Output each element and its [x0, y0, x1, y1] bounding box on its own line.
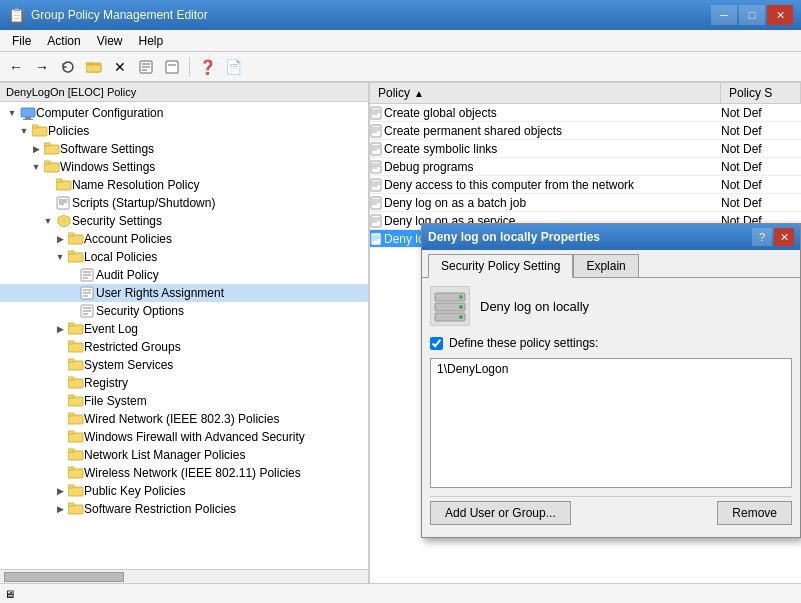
delete-button[interactable]: ✕ — [108, 55, 132, 79]
tree-label-ur: User Rights Assignment — [96, 286, 224, 300]
toolbar-separator — [189, 57, 190, 77]
menu-view[interactable]: View — [89, 32, 131, 50]
policy-row[interactable]: Debug programs Not Def — [370, 158, 801, 176]
tree-label-nr: Name Resolution Policy — [72, 178, 199, 192]
expand-icon-wifi — [52, 465, 68, 481]
document-button[interactable]: 📄 — [221, 55, 245, 79]
menu-file[interactable]: File — [4, 32, 39, 50]
back-button[interactable]: ← — [4, 55, 28, 79]
tree-item-windows[interactable]: ▼ Windows Settings — [0, 158, 368, 176]
expand-icon-ur — [64, 285, 80, 301]
folder-icon-pk — [68, 484, 84, 498]
remove-button[interactable]: Remove — [717, 501, 792, 525]
tree-item-software[interactable]: ▶ Software Settings — [0, 140, 368, 158]
expand-icon-local: ▼ — [52, 249, 68, 265]
help-button[interactable]: ❓ — [195, 55, 219, 79]
tab-security-policy[interactable]: Security Policy Setting — [428, 254, 573, 278]
policy-row[interactable]: Create global objects Not Def — [370, 104, 801, 122]
dialog-header-icon — [430, 286, 470, 326]
tree-item-security[interactable]: ▼ ! Security Settings — [0, 212, 368, 230]
policy-icon-audit — [80, 268, 96, 282]
svg-rect-91 — [371, 233, 381, 245]
tree-item-root[interactable]: ▼ Computer Configuration — [0, 104, 368, 122]
col-policy-setting[interactable]: Policy S — [721, 83, 801, 103]
tree-label-rg: Restricted Groups — [84, 340, 181, 354]
minimize-button[interactable]: ─ — [711, 5, 737, 25]
tree-item-pubkey[interactable]: ▶ Public Key Policies — [0, 482, 368, 500]
expand-icon-nr — [40, 177, 56, 193]
tree-item-restricted[interactable]: Restricted Groups — [0, 338, 368, 356]
tree-item-audit[interactable]: Audit Policy — [0, 266, 368, 284]
menu-help[interactable]: Help — [131, 32, 172, 50]
tab-explain[interactable]: Explain — [573, 254, 638, 277]
tree-label-reg: Registry — [84, 376, 128, 390]
forward-button[interactable]: → — [30, 55, 54, 79]
tree-item-user-rights[interactable]: User Rights Assignment — [0, 284, 368, 302]
tree-item-local[interactable]: ▼ Local Policies — [0, 248, 368, 266]
policy-members-list[interactable]: 1\DenyLogon — [430, 358, 792, 488]
expand-icon-scripts — [40, 195, 56, 211]
tree-item-policies[interactable]: ▼ Policies — [0, 122, 368, 140]
tree-label-ss: System Services — [84, 358, 173, 372]
svg-rect-50 — [68, 395, 74, 398]
expand-icon-sr: ▶ — [52, 501, 68, 517]
status-bar: 🖥 — [0, 583, 801, 603]
folder-icon-software — [44, 142, 60, 156]
dialog-title-bar: Deny log on locally Properties ? ✕ — [422, 224, 800, 250]
tree-item-account[interactable]: ▶ Account Policies — [0, 230, 368, 248]
tree-item-name-resolution[interactable]: Name Resolution Policy — [0, 176, 368, 194]
policy-icon-so — [80, 304, 96, 318]
server-icon — [433, 289, 467, 323]
properties-button[interactable] — [134, 55, 158, 79]
folder-icon-sr — [68, 502, 84, 516]
define-policy-checkbox[interactable] — [430, 337, 443, 350]
maximize-button[interactable]: □ — [739, 5, 765, 25]
svg-point-98 — [459, 295, 463, 299]
expand-icon-reg — [52, 375, 68, 391]
tree-label-windows: Windows Settings — [60, 160, 155, 174]
tree-item-filesystem[interactable]: File System — [0, 392, 368, 410]
dialog-close-button[interactable]: ✕ — [774, 228, 794, 246]
menu-action[interactable]: Action — [39, 32, 88, 50]
export-button[interactable] — [160, 55, 184, 79]
policy-row[interactable]: Create permanent shared objects Not Def — [370, 122, 801, 140]
tree-item-wireless[interactable]: Wireless Network (IEEE 802.11) Policies — [0, 464, 368, 482]
tree-item-netlist[interactable]: Network List Manager Policies — [0, 446, 368, 464]
folder-icon-local — [68, 250, 84, 264]
svg-rect-63 — [371, 107, 381, 119]
policy-row[interactable]: Deny log on as a batch job Not Def — [370, 194, 801, 212]
tree-item-registry[interactable]: Registry — [0, 374, 368, 392]
left-hscroll[interactable] — [0, 569, 368, 583]
dialog-help-button[interactable]: ? — [752, 228, 772, 246]
close-button[interactable]: ✕ — [767, 5, 793, 25]
toolbar: ← → ✕ ❓ 📄 — [0, 52, 801, 82]
tree-item-sysservices[interactable]: System Services — [0, 356, 368, 374]
policy-row[interactable]: Deny access to this computer from the ne… — [370, 176, 801, 194]
svg-rect-9 — [21, 108, 35, 117]
refresh-button[interactable] — [56, 55, 80, 79]
right-pane-header: Policy ▲ Policy S — [370, 83, 801, 104]
folder-button[interactable] — [82, 55, 106, 79]
tree-item-sec-options[interactable]: Security Options — [0, 302, 368, 320]
tree-item-scripts[interactable]: Scripts (Startup/Shutdown) — [0, 194, 368, 212]
left-header-text: DenyLogOn [ELOC] Policy — [6, 86, 136, 98]
main-layout: DenyLogOn [ELOC] Policy ▼ Computer Confi… — [0, 82, 801, 583]
tree-label-wf: Windows Firewall with Advanced Security — [84, 430, 305, 444]
tree-label-computer: Computer Configuration — [36, 106, 163, 120]
tree-container[interactable]: ▼ Computer Configuration ▼ Policies ▶ — [0, 102, 368, 569]
expand-icon-windows: ▼ — [28, 159, 44, 175]
svg-rect-20 — [57, 197, 69, 209]
tree-item-software-restrict[interactable]: ▶ Software Restriction Policies — [0, 500, 368, 518]
add-user-button[interactable]: Add User or Group... — [430, 501, 571, 525]
checkbox-row[interactable]: Define these policy settings: — [430, 336, 792, 350]
col-policy[interactable]: Policy ▲ — [370, 83, 721, 103]
tree-label-so: Security Options — [96, 304, 184, 318]
tree-item-eventlog[interactable]: ▶ Event Log — [0, 320, 368, 338]
menu-bar: File Action View Help — [0, 30, 801, 52]
status-icons: 🖥 — [4, 588, 15, 600]
tree-item-wired[interactable]: Wired Network (IEEE 802.3) Policies — [0, 410, 368, 428]
tree-label-security: Security Settings — [72, 214, 162, 228]
svg-rect-17 — [44, 161, 50, 164]
policy-row[interactable]: Create symbolic links Not Def — [370, 140, 801, 158]
tree-item-winfirewall[interactable]: Windows Firewall with Advanced Security — [0, 428, 368, 446]
